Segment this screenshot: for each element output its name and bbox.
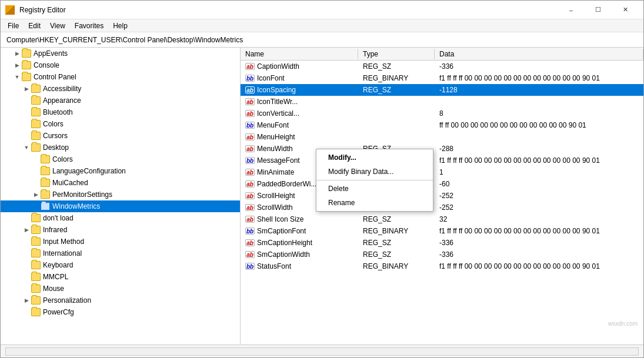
expander-icon: [22, 237, 31, 246]
expander-icon: [31, 178, 41, 188]
folder-icon: [31, 226, 41, 234]
tree-item-keyboard[interactable]: Keyboard: [1, 259, 240, 271]
tree-item-bluetooth[interactable]: Bluetooth: [1, 106, 240, 118]
maximize-button[interactable]: ☐: [585, 1, 612, 19]
tree-item-inputmethod[interactable]: Input Method: [1, 236, 240, 247]
expander-icon: [22, 307, 31, 317]
table-row[interactable]: abSmCaptionHeightREG_SZ-336: [241, 237, 643, 249]
table-row[interactable]: bbIconFontREG_BINARYf1 ff ff ff 00 00 00…: [241, 72, 643, 84]
folder-icon: [22, 49, 31, 58]
cell-name: abCaptionWidth: [241, 62, 358, 71]
reg-type-icon: ab: [245, 86, 255, 93]
context-menu-item-delete[interactable]: Delete: [316, 182, 433, 196]
reg-type-icon: ab: [245, 216, 255, 223]
tree-item-label: Colors: [43, 120, 238, 128]
tree-item-personalization[interactable]: ▶Personalization: [1, 295, 240, 306]
horizontal-scrollbar[interactable]: [5, 347, 639, 356]
tree-item-colors2[interactable]: Colors: [1, 153, 240, 165]
tree-item-muicached[interactable]: MuiCached: [1, 177, 240, 189]
tree-item-mmcpl[interactable]: MMCPL: [1, 271, 240, 283]
table-row[interactable]: bbMenuFontff ff 00 00 00 00 00 00 00 00 …: [241, 119, 643, 131]
tree-panel[interactable]: ▶AppEvents▶Console▼Control Panel▶Accessi…: [1, 48, 241, 344]
tree-item-international[interactable]: International: [1, 247, 240, 259]
tree-item-label: AppEvents: [34, 49, 238, 58]
context-menu-item-rename[interactable]: Rename: [316, 196, 433, 210]
table-row[interactable]: bbSmCaptionFontREG_BINARYf1 ff ff ff 00 …: [241, 225, 643, 237]
watermark: wsxdn.com: [608, 320, 638, 327]
expander-icon: ▶: [22, 84, 31, 93]
tree-item-infrared[interactable]: ▶Infrared: [1, 224, 240, 236]
expander-icon: [31, 166, 41, 176]
tree-item-dontload[interactable]: don't load: [1, 212, 240, 224]
address-bar: Computer\HKEY_CURRENT_USER\Control Panel…: [1, 32, 643, 48]
cell-type: REG_SZ: [358, 215, 435, 224]
tree-item-label: Appearance: [43, 96, 238, 105]
folder-icon: [41, 179, 50, 187]
cell-data: [435, 136, 643, 138]
table-row[interactable]: abMenuWidthREG_SZ-288: [241, 143, 643, 155]
menu-bar: FileEditViewFavoritesHelp: [1, 19, 643, 32]
close-button[interactable]: ✕: [612, 1, 639, 19]
table-row[interactable]: abIconSpacingREG_SZ-1128: [241, 84, 643, 96]
menu-item-view[interactable]: View: [45, 21, 70, 31]
cell-name: abShell Icon Size: [241, 215, 358, 224]
table-row[interactable]: abSmCaptionWidthREG_SZ-336: [241, 249, 643, 260]
tree-item-powercfg[interactable]: PowerCfg: [1, 306, 240, 318]
tree-item-label: Mouse: [43, 285, 238, 293]
cell-type: REG_SZ: [358, 85, 435, 95]
cell-name: abSmCaptionWidth: [241, 250, 358, 259]
cell-data: -60: [435, 179, 643, 189]
table-row[interactable]: abCaptionWidthREG_SZ-336: [241, 61, 643, 72]
tree-item-label: LanguageConfiguration: [52, 167, 238, 175]
cell-name-text: MessageFont: [257, 156, 300, 165]
reg-type-icon: ab: [245, 133, 255, 140]
table-row[interactable]: abIconTitleWr...: [241, 96, 643, 108]
reg-type-icon: ab: [245, 204, 255, 211]
folder-icon: [41, 167, 50, 175]
reg-type-icon: ab: [245, 63, 255, 70]
tree-item-mouse[interactable]: Mouse: [1, 283, 240, 295]
tree-item-permonitor[interactable]: ▶PerMonitorSettings: [1, 189, 240, 200]
cell-data: -336: [435, 62, 643, 71]
tree-item-control-panel[interactable]: ▼Control Panel: [1, 71, 240, 83]
context-menu-divider: [316, 180, 433, 180]
folder-icon: [31, 237, 41, 246]
reg-type-icon: ab: [245, 239, 255, 246]
context-menu-item-modify-binary[interactable]: Modify Binary Data...: [316, 165, 433, 179]
table-row[interactable]: abPaddedBorderWi...REG_SZ-60: [241, 178, 643, 190]
tree-item-appearance[interactable]: Appearance: [1, 95, 240, 106]
expander-icon: ▼: [22, 143, 31, 152]
cell-type: REG_BINARY: [358, 73, 435, 83]
table-row[interactable]: abMinAnimateREG_SZ1: [241, 166, 643, 178]
menu-item-edit[interactable]: Edit: [24, 21, 45, 31]
menu-item-favorites[interactable]: Favorites: [70, 21, 108, 31]
reg-type-icon: ab: [245, 169, 255, 176]
tree-item-windowmetrics[interactable]: WindowMetrics: [1, 200, 240, 212]
minimize-button[interactable]: –: [558, 1, 585, 19]
window-controls: – ☐ ✕: [558, 1, 639, 19]
tree-item-console[interactable]: ▶Console: [1, 59, 240, 71]
tree-item-colors[interactable]: Colors: [1, 118, 240, 130]
table-row[interactable]: abScrollWidthREG_SZ-252: [241, 202, 643, 213]
context-menu-item-modify[interactable]: Modify...: [316, 150, 433, 165]
cell-type: REG_BINARY: [358, 226, 435, 236]
table-row[interactable]: bbMessageFontREG_BINARYf1 ff ff ff 00 00…: [241, 155, 643, 166]
table-row[interactable]: abShell Icon SizeREG_SZ32: [241, 213, 643, 225]
data-table[interactable]: abCaptionWidthREG_SZ-336bbIconFontREG_BI…: [241, 61, 643, 344]
tree-item-cursors[interactable]: Cursors: [1, 130, 240, 142]
table-row[interactable]: abIconVertical...8: [241, 108, 643, 119]
title-bar: Registry Editor – ☐ ✕: [1, 1, 643, 19]
menu-item-file[interactable]: File: [3, 21, 24, 31]
tree-item-accessibility[interactable]: ▶Accessibility: [1, 83, 240, 95]
table-row[interactable]: bbStatusFontREG_BINARYf1 ff ff ff 00 00 …: [241, 260, 643, 272]
tree-item-appevents[interactable]: ▶AppEvents: [1, 48, 240, 59]
expander-icon: [22, 260, 31, 270]
table-row[interactable]: abScrollHeightREG_SZ-252: [241, 190, 643, 202]
tree-item-langconfig[interactable]: LanguageConfiguration: [1, 165, 240, 177]
tree-item-label: Control Panel: [34, 73, 238, 81]
menu-item-help[interactable]: Help: [108, 21, 132, 31]
table-row[interactable]: abMenuHeight: [241, 131, 643, 143]
tree-item-desktop[interactable]: ▼Desktop: [1, 142, 240, 153]
tree-item-label: Cursors: [43, 132, 238, 140]
tree-item-label: Personalization: [43, 296, 238, 305]
